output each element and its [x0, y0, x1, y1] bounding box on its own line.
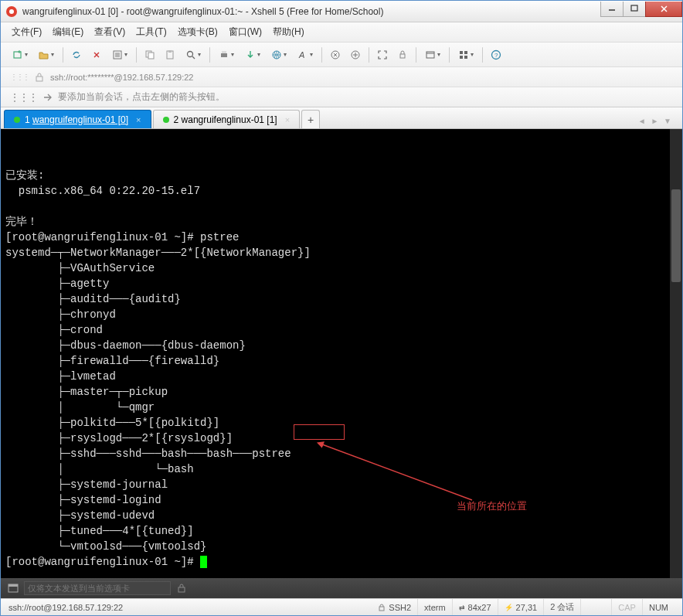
grip-icon: ⋮⋮⋮ [10, 92, 38, 103]
menu-tools[interactable]: 工具(T) [136, 26, 166, 39]
scrollbar[interactable] [670, 129, 682, 578]
terminal-line: psmisc.x86_64 0:22.20-15.el7 [5, 185, 200, 197]
separator [482, 47, 483, 63]
sessions-button[interactable] [421, 46, 444, 63]
lock-button[interactable] [394, 46, 411, 63]
session-tab-2[interactable]: 2 wangruifenglinux-01 [1] × [153, 110, 301, 128]
terminal-line: ├─systemd-logind [5, 494, 161, 506]
new-session-button[interactable] [8, 46, 32, 63]
tab-number: 1 [25, 114, 30, 125]
app-icon [5, 5, 18, 18]
status-dot-icon [163, 117, 169, 123]
scroll-thumb[interactable] [671, 189, 681, 282]
svg-rect-16 [400, 54, 405, 58]
layout-button[interactable] [454, 46, 477, 63]
lock-icon [378, 604, 386, 611]
fullscreen-button[interactable] [374, 46, 391, 63]
maximize-button[interactable] [623, 2, 646, 17]
svg-rect-8 [168, 50, 172, 53]
terminal-line: ├─systemd-udevd [5, 509, 155, 522]
menubar: 文件(F) 编辑(E) 查看(V) 工具(T) 选项卡(B) 窗口(W) 帮助(… [1, 22, 682, 43]
address-text[interactable]: ssh://root:********@192.168.57.129:22 [50, 73, 193, 82]
terminal[interactable]: 已安装: psmisc.x86_64 0:22.20-15.el7 完毕！ [r… [1, 129, 682, 578]
svg-rect-21 [464, 56, 467, 59]
status-spacer [580, 599, 611, 615]
separator [209, 47, 210, 63]
send-lock-icon[interactable] [175, 582, 188, 594]
menu-tabs[interactable]: 选项卡(B) [178, 26, 218, 39]
menu-window[interactable]: 窗口(W) [229, 26, 262, 39]
svg-rect-28 [178, 587, 185, 592]
annotation-text: 当前所在的位置 [457, 499, 527, 514]
terminal-line: ├─master─┬─pickup [5, 386, 168, 398]
svg-rect-24 [36, 77, 42, 81]
status-pos: ⚡ 27,31 [498, 599, 544, 615]
minimize-button[interactable] [600, 2, 624, 17]
svg-line-25 [322, 444, 472, 500]
svg-rect-19 [464, 51, 467, 54]
hint-bar: ⋮⋮⋮ 要添加当前会话，点击左侧的箭头按钮。 [1, 87, 682, 107]
xagent-button[interactable] [327, 46, 344, 63]
session-tab-1[interactable]: 1 wangruifenglinux-01 [0] × [4, 110, 151, 128]
menu-edit[interactable]: 编辑(E) [53, 26, 83, 39]
copy-button[interactable] [141, 46, 158, 63]
window-title: wangruifenglinux-01 [0] - root@wangruife… [22, 6, 601, 17]
terminal-line: ├─lvmetad [5, 370, 116, 383]
tab-bar: 1 wangruifenglinux-01 [0] × 2 wangruifen… [1, 107, 682, 129]
svg-rect-17 [426, 52, 434, 58]
send-input[interactable] [24, 581, 171, 595]
tab-label: wangruifenglinux-01 [1] [182, 114, 277, 125]
globe-button[interactable] [267, 46, 291, 63]
print-button[interactable] [215, 46, 238, 63]
terminal-line: ├─sshd───sshd───bash───bash───pstree [5, 448, 291, 460]
menu-help[interactable]: 帮助(H) [273, 26, 304, 39]
separator [449, 47, 450, 63]
reconnect-button[interactable] [68, 46, 85, 63]
terminal-line: ├─firewalld───{firewalld} [5, 355, 219, 367]
status-num: NUM [642, 599, 675, 615]
svg-rect-27 [8, 584, 18, 587]
add-tab-button[interactable]: + [301, 110, 320, 128]
toolbar: A ? [1, 43, 682, 67]
separator [416, 47, 416, 63]
svg-point-9 [188, 51, 193, 56]
terminal-line: ├─crond [5, 324, 103, 336]
terminal-line: [root@wangruifenglinux-01 ~]# pstree [5, 231, 239, 243]
highlight-box [294, 424, 345, 440]
tab-close-icon[interactable]: × [285, 115, 290, 124]
grip-icon: ⋮⋮⋮ [10, 73, 29, 81]
send-target-icon[interactable] [7, 582, 19, 594]
tab-nav-arrows[interactable]: ◄ ► ▼ [632, 117, 679, 128]
status-bar: ssh://root@192.168.57.129:22 SSH2 xterm … [1, 598, 682, 615]
font-button[interactable]: A [294, 46, 317, 63]
svg-text:?: ? [494, 52, 498, 59]
separator [136, 47, 137, 63]
cursor [200, 556, 207, 568]
menu-file[interactable]: 文件(F) [12, 26, 42, 39]
menu-view[interactable]: 查看(V) [94, 26, 125, 39]
transfer-button[interactable] [241, 46, 264, 63]
add-session-icon[interactable] [42, 92, 53, 103]
close-button[interactable] [645, 2, 682, 17]
tab-close-icon[interactable]: × [136, 115, 141, 124]
properties-button[interactable] [108, 46, 131, 63]
terminal-line: ├─chronyd [5, 308, 116, 321]
open-button[interactable] [35, 46, 58, 63]
terminal-line: │ └─qmgr [5, 401, 155, 414]
terminal-line: ├─rsyslogd───2*[{rsyslogd}] [5, 432, 233, 444]
tab-label: wangruifenglinux-01 [0] [32, 114, 128, 125]
terminal-line: │ └─bash [5, 463, 194, 475]
svg-text:A: A [298, 50, 304, 60]
xftp-button[interactable] [347, 46, 364, 63]
terminal-line: ├─auditd───{auditd} [5, 293, 181, 305]
paste-button[interactable] [161, 46, 178, 63]
find-button[interactable] [182, 46, 205, 63]
separator [63, 47, 63, 63]
svg-rect-6 [148, 53, 154, 59]
titlebar[interactable]: wangruifenglinux-01 [0] - root@wangruife… [1, 1, 682, 22]
terminal-line: ├─agetty [5, 277, 109, 290]
help-button[interactable]: ? [488, 46, 505, 63]
terminal-prompt: [root@wangruifenglinux-01 ~]# [5, 556, 200, 568]
status-size: ⇄ 84x27 [452, 599, 498, 615]
disconnect-button[interactable] [88, 46, 105, 63]
